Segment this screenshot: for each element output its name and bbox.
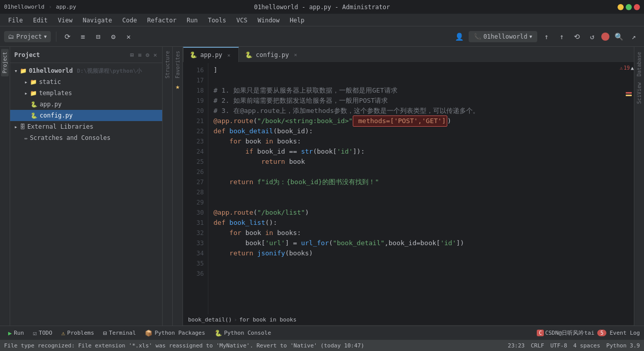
tab-project[interactable]: Project: [1, 49, 9, 76]
indent-label[interactable]: 4 spaces: [573, 342, 600, 349]
sciview-tab[interactable]: SciView: [636, 79, 642, 107]
tree-item-templates[interactable]: ▸ 📁 templates: [10, 87, 162, 99]
python-packages-btn[interactable]: 📦 Python Packages: [141, 328, 209, 338]
history-icon[interactable]: ⟲: [571, 31, 583, 43]
problems-btn[interactable]: ⚠ Problems: [57, 328, 98, 338]
file-name-badge: app.py: [56, 4, 76, 10]
panel-icon-2[interactable]: ≡: [137, 50, 142, 60]
cursor-position[interactable]: 23:23: [508, 342, 525, 349]
todo-label: TODO: [39, 330, 52, 336]
menu-window[interactable]: Window: [254, 16, 284, 25]
settings-icon[interactable]: ⚙: [107, 31, 119, 43]
right-sidebar-tabs: Database SciView: [634, 47, 644, 326]
menu-refactor[interactable]: Refactor: [143, 16, 180, 25]
line-number-17: 17: [183, 75, 204, 85]
code-content[interactable]: ]# 1. 如果只是需要从服务器上获取数据，一般都是用GET请求# 2. 如果前…: [208, 63, 624, 314]
project-label: 🗂: [8, 33, 14, 40]
root-name: 01helloworld: [29, 67, 73, 74]
problems-icon: ⚠: [62, 330, 65, 337]
encoding[interactable]: UTF-8: [550, 342, 567, 349]
menu-view[interactable]: View: [54, 16, 77, 25]
menu-vcs[interactable]: VCS: [232, 16, 252, 25]
search-icon[interactable]: 🔍: [612, 31, 625, 43]
csdn-icon: C: [537, 330, 544, 336]
panel-icon-3[interactable]: ⚙: [145, 50, 150, 60]
refresh-icon[interactable]: ↺: [586, 31, 598, 43]
tree-root[interactable]: ▾ 📁 01helloworld D:\视频课程\python\小: [10, 65, 162, 76]
csdn-badge: C CSDN@日听风吟tai: [537, 329, 594, 337]
code-line-23: for book in books:: [213, 136, 624, 147]
code-line-18: # 1. 如果只是需要从服务器上获取数据，一般都是用GET请求: [213, 85, 624, 96]
line-number-22: 22: [183, 126, 204, 136]
tree-item-scratches[interactable]: ✏ Scratches and Consoles: [10, 132, 162, 143]
sync-icon[interactable]: ⟳: [62, 31, 74, 43]
event-count-badge: 5: [597, 330, 606, 336]
panel-icon-4[interactable]: ✕: [152, 50, 158, 60]
toolbar-right: 👤 📞 01helloworld ▼ ↑ ↑ ⟲ ↺ 🔍 ↗: [453, 31, 640, 43]
menu-navigate[interactable]: Navigate: [79, 16, 116, 25]
expand-all-icon[interactable]: ≡: [77, 31, 89, 43]
python-console-btn[interactable]: 🐍 Python Console: [210, 328, 275, 338]
todo-icon: ☑: [33, 330, 37, 337]
right-gutter: ⚠ 19 ▲ ▼: [624, 63, 634, 314]
tree-item-static[interactable]: ▸ 📁 static: [10, 76, 162, 87]
minimize-button[interactable]: [618, 4, 624, 10]
user-icon[interactable]: 👤: [453, 31, 466, 43]
menu-help[interactable]: Help: [286, 16, 309, 25]
run-bottom-btn[interactable]: ▶ Run: [4, 328, 28, 338]
favorites-tab[interactable]: Favorites: [174, 49, 181, 80]
project-selector[interactable]: 🗂 Project ▼: [4, 31, 51, 42]
menu-code[interactable]: Code: [118, 16, 141, 25]
vcs-branch-selector[interactable]: 📞 01helloworld ▼: [469, 31, 537, 42]
tab-configpy-close[interactable]: ✕: [292, 51, 299, 58]
tab-bar: 🐍 app.py ✕ 🐍 config.py ✕: [183, 47, 634, 63]
project-panel-header: Project ⊞ ≡ ⚙ ✕: [10, 47, 162, 63]
tree-item-extlibs[interactable]: ▸ 🗄 External Libraries: [10, 121, 162, 132]
editor-area: 🐍 app.py ✕ 🐍 config.py ✕ 161718192021222…: [183, 47, 634, 326]
event-log-label[interactable]: Event Log: [609, 330, 640, 336]
line-number-35: 35: [183, 258, 204, 269]
tab-configpy-icon: 🐍: [245, 51, 253, 58]
tab-apppy[interactable]: 🐍 app.py ✕: [183, 47, 239, 62]
breadcrumb-sep: ›: [234, 316, 237, 323]
database-tab[interactable]: Database: [636, 49, 642, 79]
stop-button[interactable]: [601, 33, 609, 41]
project-tree: ▾ 📁 01helloworld D:\视频课程\python\小 ▸ 📁 st…: [10, 63, 162, 326]
root-path: D:\视频课程\python\小: [77, 67, 142, 75]
code-container: 1617181920212223242526272829303132333435…: [183, 63, 634, 314]
terminal-btn[interactable]: ⊟ Terminal: [99, 328, 140, 338]
menu-tools[interactable]: Tools: [204, 16, 230, 25]
tab-apppy-close[interactable]: ✕: [225, 51, 232, 58]
close-button[interactable]: [634, 4, 640, 10]
apppy-label: app.py: [40, 101, 62, 108]
close-panel-icon[interactable]: ✕: [122, 31, 135, 43]
todo-btn[interactable]: ☑ TODO: [29, 328, 56, 338]
menu-edit[interactable]: Edit: [29, 16, 52, 25]
line-separator[interactable]: CRLF: [531, 342, 544, 349]
maximize-button[interactable]: [626, 4, 632, 10]
run-label: Run: [14, 330, 24, 336]
panel-icon-1[interactable]: ⊞: [129, 50, 135, 60]
menu-file[interactable]: File: [4, 16, 27, 25]
breadcrumb-item-2[interactable]: for book in books: [239, 316, 297, 323]
share-icon[interactable]: ↗: [628, 31, 640, 43]
python-version: Python 3.9: [606, 342, 640, 349]
extlibs-expand-icon: ▸: [14, 124, 18, 130]
update-icon[interactable]: ↑: [540, 31, 553, 43]
collapse-all-icon[interactable]: ⊟: [92, 31, 104, 43]
code-line-19: # 2. 如果前端需要把数据发送给服务器，一般用POST请求: [213, 96, 624, 106]
line-number-25: 25: [183, 157, 204, 167]
tree-item-apppy[interactable]: 🐍 app.py: [10, 99, 162, 110]
tab-apppy-icon: 🐍: [190, 51, 197, 58]
structure-tab[interactable]: Structure: [164, 49, 171, 80]
tree-item-configpy[interactable]: 🐍 config.py: [10, 110, 162, 121]
code-line-34: return jsonify(books): [213, 248, 624, 258]
favorites-sidebar: Favorites ★: [173, 47, 183, 326]
menu-run[interactable]: Run: [182, 16, 202, 25]
line-number-19: 19: [183, 96, 204, 106]
breadcrumb-item-1[interactable]: book_detail(): [188, 316, 232, 323]
code-line-29: [213, 197, 624, 208]
push-icon[interactable]: ↑: [556, 31, 568, 43]
code-line-36: [213, 269, 624, 279]
tab-configpy[interactable]: 🐍 config.py ✕: [239, 47, 305, 62]
